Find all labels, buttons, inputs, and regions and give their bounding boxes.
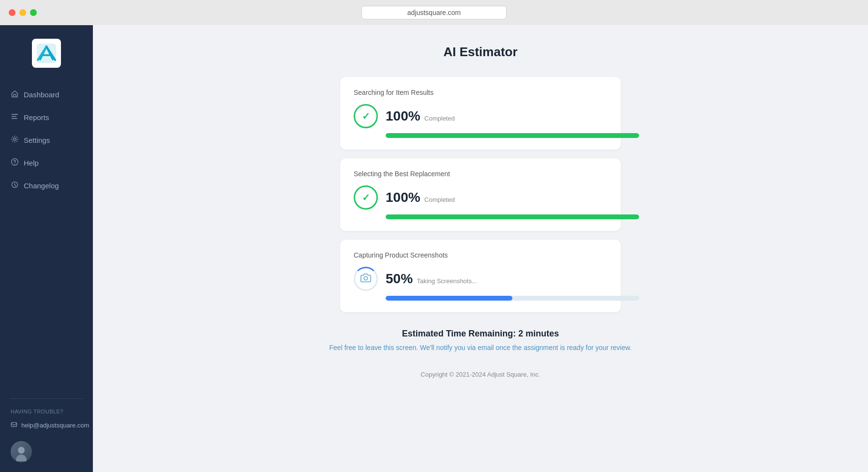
sidebar-item-help[interactable]: Help <box>0 152 93 174</box>
reports-icon <box>11 112 19 122</box>
progress-select-fill <box>386 214 639 219</box>
help-icon <box>11 158 19 168</box>
logo-icon <box>36 43 57 64</box>
task-card-select: Selecting the Best Replacement ✓ 100% Co… <box>340 158 621 231</box>
task-search-row: ✓ 100% Completed <box>354 104 607 128</box>
avatar-silhouette <box>15 447 28 462</box>
task-screenshots-circle <box>354 267 378 291</box>
svg-rect-1 <box>12 114 18 115</box>
task-card-search: Searching for Item Results ✓ 100% Comple… <box>340 77 621 150</box>
task-search-status: Completed <box>424 115 455 122</box>
task-search-label: Searching for Item Results <box>354 89 607 96</box>
svg-point-8 <box>364 276 367 280</box>
window-controls <box>9 9 37 16</box>
page-title: AI Estimator <box>443 45 517 60</box>
progress-screenshots-container <box>386 296 639 301</box>
home-icon <box>11 90 19 100</box>
settings-icon <box>11 135 19 145</box>
sidebar-item-dashboard[interactable]: Dashboard <box>0 83 93 106</box>
avatar-image <box>11 441 32 462</box>
help-label: Help <box>24 159 39 167</box>
progress-select-container <box>386 214 639 219</box>
svg-point-6 <box>15 164 15 164</box>
avatar <box>11 441 32 462</box>
reports-label: Reports <box>24 113 49 122</box>
check-icon-select: ✓ <box>362 192 370 203</box>
estimated-time: Estimated Time Remaining: 2 minutes <box>402 329 559 339</box>
avatar-head <box>18 447 25 454</box>
task-select-percent: 100% <box>386 190 420 205</box>
copyright: Copyright © 2021-2024 Adjust Square, Inc… <box>420 371 540 378</box>
sidebar-item-changelog[interactable]: Changelog <box>0 174 93 197</box>
app-container: Dashboard Reports <box>0 25 868 472</box>
main-content: AI Estimator Searching for Item Results … <box>93 25 868 472</box>
check-icon-search: ✓ <box>362 110 370 122</box>
sidebar-item-reports[interactable]: Reports <box>0 106 93 129</box>
changelog-label: Changelog <box>24 182 59 190</box>
avatar-body <box>16 455 27 461</box>
task-screenshots-percent-row: 50% Taking Screenshots... <box>386 271 477 287</box>
sidebar-divider <box>10 398 83 399</box>
task-screenshots-label: Capturing Product Screenshots <box>354 251 607 259</box>
task-search-circle: ✓ <box>354 104 378 128</box>
close-button[interactable] <box>9 9 15 16</box>
changelog-icon <box>11 181 19 191</box>
progress-search-container <box>386 133 639 138</box>
email-address: help@adjustsquare.com <box>21 422 89 429</box>
progress-screenshots-fill <box>386 296 512 301</box>
sidebar-nav: Dashboard Reports <box>0 79 93 394</box>
sidebar-email: help@adjustsquare.com <box>0 417 93 433</box>
svg-rect-7 <box>11 423 16 426</box>
url-bar[interactable]: adjustsquare.com <box>361 6 507 19</box>
trouble-label: HAVING TROUBLE? <box>0 404 93 417</box>
task-search-percent: 100% <box>386 108 420 123</box>
task-card-screenshots: Capturing Product Screenshots 50% Taking… <box>340 240 621 312</box>
sidebar-logo <box>0 25 93 79</box>
svg-point-4 <box>14 138 16 140</box>
camera-icon <box>360 273 371 285</box>
task-select-label: Selecting the Best Replacement <box>354 170 607 178</box>
task-select-percent-row: 100% Completed <box>386 190 455 205</box>
sidebar: Dashboard Reports <box>0 25 93 472</box>
task-screenshots-row: 50% Taking Screenshots... <box>354 267 607 291</box>
titlebar: adjustsquare.com <box>0 0 868 25</box>
task-screenshots-status: Taking Screenshots... <box>417 277 477 285</box>
progress-search-fill <box>386 133 639 138</box>
task-screenshots-percent: 50% <box>386 271 413 286</box>
settings-label: Settings <box>24 136 50 144</box>
task-select-status: Completed <box>424 196 455 203</box>
dashboard-label: Dashboard <box>24 91 59 99</box>
svg-rect-2 <box>12 116 16 117</box>
email-icon <box>11 421 17 429</box>
maximize-button[interactable] <box>30 9 37 16</box>
task-select-circle: ✓ <box>354 185 378 210</box>
logo-box <box>32 39 61 68</box>
task-search-percent-row: 100% Completed <box>386 108 455 124</box>
notify-text: Feel free to leave this screen. We'll no… <box>329 344 632 351</box>
sidebar-item-settings[interactable]: Settings <box>0 129 93 152</box>
svg-rect-3 <box>12 118 17 119</box>
minimize-button[interactable] <box>19 9 26 16</box>
task-select-row: ✓ 100% Completed <box>354 185 607 210</box>
